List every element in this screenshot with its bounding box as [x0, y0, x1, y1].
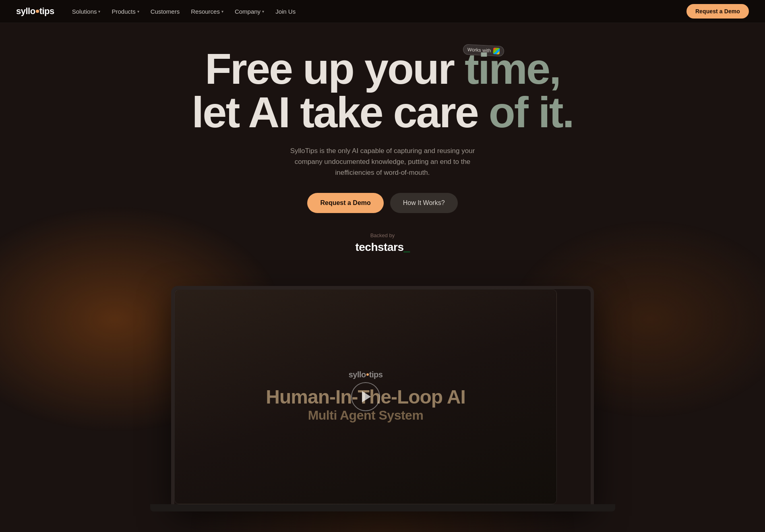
nav-cta-button[interactable]: Request a Demo	[686, 4, 749, 19]
logo[interactable]: syllotips	[16, 6, 54, 17]
works-with-badge: Works with	[463, 44, 504, 56]
video-inner: syllotips Human-In-The-Loop AI Multi Age…	[175, 290, 556, 504]
hero-subtitle: SylloTips is the only AI capable of capt…	[286, 145, 479, 178]
how-it-works-button[interactable]: How It Works?	[390, 193, 458, 213]
nav-resources[interactable]: Resources ▾	[186, 6, 228, 17]
laptop-screen: syllotips Human-In-The-Loop AI Multi Age…	[174, 289, 591, 504]
nav-solutions[interactable]: Solutions ▾	[67, 6, 105, 17]
hero-buttons: Request a Demo How It Works?	[16, 193, 749, 213]
nav-join-us[interactable]: Join Us	[271, 6, 300, 17]
video-container: syllotips Human-In-The-Loop AI Multi Age…	[174, 289, 557, 504]
chevron-down-icon: ▾	[221, 9, 223, 14]
hero-title: Free up your time, let AI take care of i…	[16, 47, 749, 134]
laptop-frame: syllotips Human-In-The-Loop AI Multi Age…	[171, 286, 594, 511]
logo-text: syllotips	[16, 6, 54, 17]
play-button[interactable]	[351, 382, 380, 411]
techstars-logo: techstars_	[16, 241, 749, 254]
video-section: syllotips Human-In-The-Loop AI Multi Age…	[0, 286, 765, 511]
nav-links: Solutions ▾ Products ▾ Customers Resourc…	[67, 6, 300, 17]
nav-customers[interactable]: Customers	[146, 6, 185, 17]
request-demo-button[interactable]: Request a Demo	[307, 193, 383, 213]
chevron-down-icon: ▾	[137, 9, 139, 14]
laptop-base	[150, 504, 615, 511]
nav-left: syllotips Solutions ▾ Products ▾ Custome…	[16, 6, 300, 17]
laptop-body: syllotips Human-In-The-Loop AI Multi Age…	[171, 286, 594, 504]
hero-section: Works with Free up your time, let AI tak…	[0, 23, 765, 286]
backed-by-label: Backed by	[16, 232, 749, 238]
play-icon	[362, 391, 371, 402]
backed-by-section: Backed by techstars_	[16, 232, 749, 254]
video-logo-text: syllotips	[349, 370, 383, 379]
nav-products[interactable]: Products ▾	[107, 6, 144, 17]
nav-company[interactable]: Company ▾	[230, 6, 269, 17]
chevron-down-icon: ▾	[98, 9, 100, 14]
microsoft-icon	[493, 48, 500, 54]
nav-right: Request a Demo	[686, 4, 749, 19]
chevron-down-icon: ▾	[262, 9, 264, 14]
navbar: syllotips Solutions ▾ Products ▾ Custome…	[0, 0, 765, 23]
